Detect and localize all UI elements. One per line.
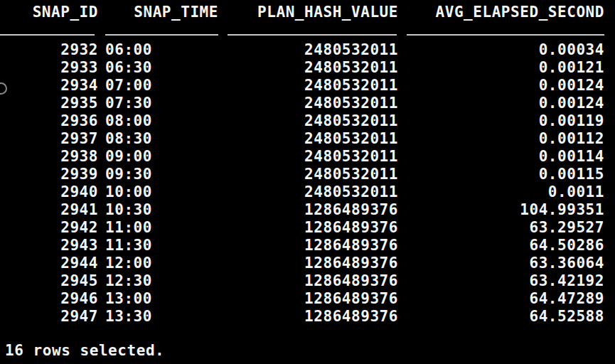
avg-elapsed-second-cell: 104.99351 <box>370 201 604 219</box>
table-row: 294613:00128648937664.47289 <box>0 290 615 308</box>
snap-id-cell: 2944 <box>0 255 98 272</box>
avg-elapsed-second-cell: 0.00121 <box>370 59 604 77</box>
column-header-snap-id: SNAP_ID <box>0 4 98 21</box>
table-row: 293809:0024805320110.00114 <box>0 148 615 166</box>
avg-elapsed-second-cell: 0.00114 <box>370 148 604 166</box>
table-row: 293407:0024805320110.00124 <box>0 77 615 95</box>
table-row: 294713:30128648937664.52588 <box>0 308 615 326</box>
snap-time-cell: 08:00 <box>105 112 218 130</box>
avg-elapsed-second-cell: 63.29527 <box>370 219 604 237</box>
snap-id-cell: 2933 <box>0 59 98 77</box>
avg-elapsed-second-cell: 0.00112 <box>370 130 604 148</box>
avg-elapsed-second-cell: 0.00034 <box>370 41 604 59</box>
header-underline-snap-time <box>105 34 218 36</box>
snap-id-cell: 2939 <box>0 166 98 183</box>
avg-elapsed-second-cell: 63.36064 <box>370 255 604 272</box>
table-row: 293507:3024805320110.00124 <box>0 95 615 112</box>
snap-id-cell: 2937 <box>0 130 98 148</box>
snap-time-cell: 06:00 <box>105 41 218 59</box>
snap-id-cell: 2938 <box>0 148 98 166</box>
table-row: 294211:00128648937663.29527 <box>0 219 615 237</box>
snap-time-cell: 07:00 <box>105 77 218 95</box>
snap-id-cell: 2941 <box>0 201 98 219</box>
avg-elapsed-second-cell: 0.00119 <box>370 112 604 130</box>
snap-id-cell: 2936 <box>0 112 98 130</box>
table-row: 294311:30128648937664.50286 <box>0 237 615 255</box>
snap-time-cell: 09:00 <box>105 148 218 166</box>
snap-id-cell: 2934 <box>0 77 98 95</box>
avg-elapsed-second-cell: 0.00115 <box>370 166 604 183</box>
avg-elapsed-second-cell: 0.00124 <box>370 77 604 95</box>
avg-elapsed-second-cell: 0.0011 <box>370 183 604 201</box>
snap-id-cell: 2935 <box>0 95 98 112</box>
column-header-snap-time: SNAP_TIME <box>105 4 218 21</box>
snap-time-cell: 07:30 <box>105 95 218 112</box>
snap-time-cell: 10:30 <box>105 201 218 219</box>
snap-time-cell: 13:30 <box>105 308 218 326</box>
column-header-avg-elapsed-second: AVG_ELAPSED_SECOND <box>370 4 604 21</box>
snap-id-cell: 2932 <box>0 41 98 59</box>
table-row: 293608:0024805320110.00119 <box>0 112 615 130</box>
snap-id-cell: 2947 <box>0 308 98 326</box>
snap-time-cell: 12:30 <box>105 272 218 290</box>
snap-time-cell: 08:30 <box>105 130 218 148</box>
snap-time-cell: 12:00 <box>105 255 218 272</box>
terminal-screen[interactable]: SNAP_ID SNAP_TIME PLAN_HASH_VALUE AVG_EL… <box>0 0 615 364</box>
snap-id-cell: 2945 <box>0 272 98 290</box>
snap-time-cell: 06:30 <box>105 59 218 77</box>
row-count-message: 16 rows selected. <box>5 342 164 360</box>
snap-time-cell: 11:00 <box>105 219 218 237</box>
snap-id-cell: 2942 <box>0 219 98 237</box>
table-row: 294512:30128648937663.42192 <box>0 272 615 290</box>
snap-time-cell: 11:30 <box>105 237 218 255</box>
table-row: 294010:0024805320110.0011 <box>0 183 615 201</box>
table-row: 293306:3024805320110.00121 <box>0 59 615 77</box>
header-underline-avg-elapsed-second <box>407 34 604 36</box>
header-underline-plan-hash-value <box>228 34 397 36</box>
snap-time-cell: 10:00 <box>105 183 218 201</box>
snap-id-cell: 2943 <box>0 237 98 255</box>
avg-elapsed-second-cell: 0.00124 <box>370 95 604 112</box>
table-row: 293708:3024805320110.00112 <box>0 130 615 148</box>
avg-elapsed-second-cell: 64.50286 <box>370 237 604 255</box>
table-row: 293206:0024805320110.00034 <box>0 41 615 59</box>
snap-id-cell: 2946 <box>0 290 98 308</box>
table-row: 294412:00128648937663.36064 <box>0 255 615 272</box>
header-underline-snap-id <box>0 34 95 36</box>
avg-elapsed-second-cell: 64.52588 <box>370 308 604 326</box>
avg-elapsed-second-cell: 64.47289 <box>370 290 604 308</box>
snap-time-cell: 09:30 <box>105 166 218 183</box>
snap-time-cell: 13:00 <box>105 290 218 308</box>
table-row: 293909:3024805320110.00115 <box>0 166 615 183</box>
avg-elapsed-second-cell: 63.42192 <box>370 272 604 290</box>
table-row: 294110:301286489376104.99351 <box>0 201 615 219</box>
table-header-row: SNAP_ID SNAP_TIME PLAN_HASH_VALUE AVG_EL… <box>0 4 615 21</box>
snap-id-cell: 2940 <box>0 183 98 201</box>
